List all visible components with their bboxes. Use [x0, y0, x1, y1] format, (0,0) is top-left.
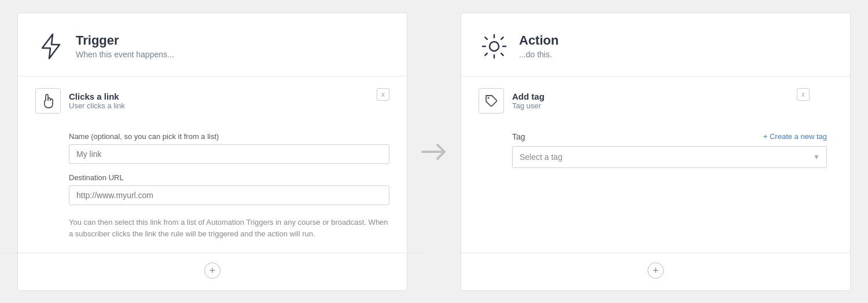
create-tag-link[interactable]: + Create a new tag	[763, 132, 827, 141]
action-form: Tag + Create a new tag Select a tag ▼	[479, 132, 833, 168]
trigger-panel-icon	[35, 31, 67, 62]
action-item-title: Add tag	[512, 92, 545, 101]
trigger-form: Name (optional, so you can pick it from …	[35, 132, 389, 241]
action-close-button[interactable]: x	[797, 88, 810, 101]
trigger-header: Trigger When this event happens...	[35, 31, 389, 62]
trigger-title: Trigger	[76, 33, 174, 48]
arrow-connector	[407, 141, 461, 162]
page-wrapper: Trigger When this event happens... Click…	[17, 13, 851, 291]
tag-label: Tag	[512, 132, 525, 141]
action-title: Action	[519, 33, 558, 48]
url-field-label: Destination URL	[69, 173, 389, 182]
action-header: Action ...do this.	[479, 31, 833, 62]
action-panel: Action ...do this. Add tag Tag user x Ta…	[461, 13, 851, 291]
trigger-item-subtitle: User clicks a link	[69, 101, 125, 110]
action-subtitle: ...do this.	[519, 50, 558, 59]
url-field-input[interactable]	[69, 185, 389, 205]
trigger-title-block: Trigger When this event happens...	[76, 33, 174, 59]
action-add-button[interactable]: +	[648, 262, 664, 279]
action-panel-icon	[479, 31, 510, 62]
trigger-close-button[interactable]: x	[377, 88, 389, 101]
trigger-item-text: Clicks a link User clicks a link	[69, 92, 125, 110]
trigger-divider	[18, 76, 407, 76]
action-title-block: Action ...do this.	[519, 33, 558, 59]
action-item-subtitle: Tag user	[512, 101, 545, 110]
svg-point-0	[490, 42, 499, 51]
name-field-label: Name (optional, so you can pick it from …	[69, 132, 389, 141]
tag-field-row: Tag + Create a new tag	[512, 132, 827, 141]
trigger-item: Clicks a link User clicks a link x	[35, 88, 389, 123]
trigger-panel: Trigger When this event happens... Click…	[17, 13, 407, 291]
add-tag-icon	[479, 88, 504, 114]
svg-point-1	[488, 97, 490, 98]
trigger-item-title: Clicks a link	[69, 92, 125, 101]
action-add-row: +	[461, 253, 850, 279]
trigger-add-button[interactable]: +	[204, 262, 220, 279]
trigger-subtitle: When this event happens...	[76, 50, 174, 59]
tag-select-wrapper: Select a tag ▼	[512, 146, 827, 168]
clicks-link-icon	[35, 88, 61, 114]
trigger-help-text: You can then select this link from a lis…	[69, 217, 389, 241]
action-item: Add tag Tag user x	[479, 88, 833, 123]
action-item-text: Add tag Tag user	[512, 92, 545, 110]
arrow-icon	[421, 141, 447, 162]
tag-select[interactable]: Select a tag	[512, 146, 827, 168]
name-field-input[interactable]	[69, 144, 389, 164]
action-divider	[461, 76, 850, 76]
trigger-add-row: +	[1, 253, 424, 279]
